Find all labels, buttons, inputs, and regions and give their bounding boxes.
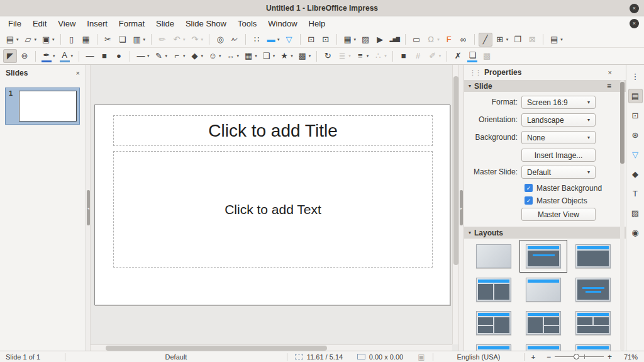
snap-guides-button[interactable]: ▬▾ xyxy=(264,33,282,47)
master-background-checkbox[interactable]: ✓ Master Background xyxy=(525,183,602,193)
insert-hyperlink-button[interactable]: ∞ xyxy=(457,33,470,47)
display-views-button[interactable]: ▽ xyxy=(282,33,296,47)
menu-file[interactable]: File xyxy=(3,16,27,31)
properties-scrollbar[interactable] xyxy=(620,80,625,351)
properties-close-button[interactable]: × xyxy=(608,69,612,76)
sidebar-settings-button[interactable]: ⋮ xyxy=(628,69,643,84)
horizontal-scrollbar[interactable] xyxy=(91,344,452,351)
master-view-button[interactable]: Master View xyxy=(521,208,596,221)
tab-animation[interactable]: ⊛ xyxy=(628,128,643,142)
duplicate-slide-button[interactable]: ❐ xyxy=(511,33,525,47)
properties-panel-splitter[interactable]: ▸ xyxy=(458,65,464,351)
menu-window[interactable]: Window xyxy=(262,16,303,31)
shadow-button[interactable]: ■ xyxy=(397,49,411,63)
insert-media-button[interactable]: ▶ xyxy=(373,33,387,47)
layout-title-and-2-content[interactable] xyxy=(470,273,518,306)
layouts-section-header[interactable]: ▾ Layouts xyxy=(464,227,626,239)
layout-blank[interactable] xyxy=(470,240,518,273)
tab-shapes[interactable]: ◆ xyxy=(628,167,643,181)
flowchart-button[interactable]: ▦▾ xyxy=(242,49,259,63)
basic-shapes-button[interactable]: ◆▾ xyxy=(188,49,206,63)
background-select[interactable]: None ▾ xyxy=(521,131,596,144)
layout-title-content-and-2content[interactable] xyxy=(519,307,567,339)
zoom-out-button[interactable]: − xyxy=(547,353,551,361)
gluepoints-button[interactable]: ❏ xyxy=(465,49,479,63)
block-arrows-button[interactable]: ↔▾ xyxy=(224,49,242,63)
curves-polygons-button[interactable]: ✎▾ xyxy=(152,49,170,63)
arrange-button[interactable]: ≡▾ xyxy=(353,49,371,63)
menu-slide-show[interactable]: Slide Show xyxy=(180,16,232,31)
lines-arrows-button[interactable]: —▾ xyxy=(134,49,152,63)
slide-properties-button[interactable]: ▤▾ xyxy=(547,33,565,47)
tab-slide-transition[interactable]: ⊡ xyxy=(628,108,643,123)
open-button[interactable]: ▱▾ xyxy=(21,33,39,47)
slide-page[interactable]: Click to add Title Click to add Text xyxy=(94,105,450,305)
insert-line-button[interactable]: ╱ xyxy=(479,33,492,47)
layout-title-2content-over-content[interactable] xyxy=(569,307,617,339)
slides-panel-splitter[interactable]: ◂ xyxy=(86,65,91,351)
start-from-first-slide-button[interactable]: ⊡ xyxy=(304,33,318,47)
menu-edit[interactable]: Edit xyxy=(27,16,52,31)
tab-properties[interactable]: ▤ xyxy=(628,89,643,103)
layout-title-6content[interactable] xyxy=(569,340,617,351)
insert-table-button[interactable]: ▦▾ xyxy=(341,33,358,47)
new-slide-button[interactable]: ⊞▾ xyxy=(493,33,511,47)
splitter-handle[interactable]: ◂ xyxy=(87,190,90,225)
paste-button[interactable]: ▥▾ xyxy=(130,33,148,47)
rectangle-tool[interactable]: ■ xyxy=(97,49,111,63)
copy-button[interactable]: ❏ xyxy=(116,33,130,47)
layout-centered-text[interactable] xyxy=(569,273,617,306)
slide-section-header[interactable]: ▾ Slide ≡ xyxy=(464,80,626,92)
section-menu-icon[interactable]: ≡ xyxy=(607,82,611,91)
zoom-slider-track[interactable] xyxy=(555,354,604,359)
slide-canvas[interactable]: Click to add Title Click to add Text xyxy=(91,65,458,351)
connectors-button[interactable]: ⌐▾ xyxy=(170,49,187,63)
document-close-button[interactable]: × xyxy=(630,19,639,28)
callouts-button[interactable]: ❑▾ xyxy=(260,49,277,63)
zoom-in-button[interactable]: + xyxy=(608,353,612,361)
start-from-current-slide-button[interactable]: ⊡ xyxy=(319,33,333,47)
format-select[interactable]: Screen 16:9 ▾ xyxy=(521,96,596,109)
insert-chart-button[interactable]: ▂▅▇ xyxy=(387,33,401,47)
spelling-button[interactable]: A✓ xyxy=(228,33,242,47)
insert-fontwork-button[interactable]: F xyxy=(442,33,456,47)
tab-navigator[interactable]: ◉ xyxy=(628,225,643,240)
ellipse-tool[interactable]: ● xyxy=(112,49,126,63)
layout-title-content-over-content[interactable] xyxy=(470,340,518,351)
menu-insert[interactable]: Insert xyxy=(81,16,113,31)
orientation-select[interactable]: Landscape ▾ xyxy=(521,113,596,127)
menu-slide[interactable]: Slide xyxy=(150,16,180,31)
tab-styles[interactable]: T xyxy=(628,186,643,201)
title-placeholder[interactable]: Click to add Title xyxy=(113,115,433,146)
menu-help[interactable]: Help xyxy=(303,16,331,31)
layout-title-slide[interactable] xyxy=(519,240,567,273)
zoom-slider[interactable]: − + xyxy=(542,351,616,362)
vertical-scrollbar[interactable] xyxy=(452,65,458,344)
drag-grip-icon[interactable]: ⋮⋮ xyxy=(469,69,480,77)
insert-image-button[interactable]: Insert Image... xyxy=(521,149,596,162)
zoom-slider-thumb[interactable] xyxy=(574,354,579,359)
statusbar-template[interactable]: Default xyxy=(65,351,287,362)
zoom-pan-button[interactable]: ⊚ xyxy=(18,49,31,63)
statusbar-language[interactable]: English (USA) xyxy=(433,351,524,362)
horizontal-scrollbar-thumb[interactable] xyxy=(106,346,327,351)
slides-panel-close-button[interactable]: × xyxy=(76,69,80,77)
display-grid-button[interactable]: ∷ xyxy=(250,33,264,47)
properties-scrollbar-thumb[interactable] xyxy=(620,82,625,164)
save-button[interactable]: ▣▾ xyxy=(39,33,57,47)
print-button[interactable]: ▦ xyxy=(79,33,93,47)
menu-format[interactable]: Format xyxy=(113,16,150,31)
master-slide-select[interactable]: Default ▾ xyxy=(521,166,596,179)
menu-view[interactable]: View xyxy=(52,16,81,31)
layout-title-content[interactable] xyxy=(569,240,617,273)
find-replace-button[interactable]: ◎ xyxy=(213,33,227,47)
tab-gallery[interactable]: ▨ xyxy=(628,206,643,220)
stars-banners-button[interactable]: ★▾ xyxy=(277,49,295,63)
splitter-handle[interactable]: ▸ xyxy=(460,190,463,225)
tab-master-slides[interactable]: ▽ xyxy=(628,147,643,162)
line-color-button[interactable]: ✒▾ xyxy=(40,49,57,63)
master-objects-checkbox[interactable]: ✓ Master Objects xyxy=(525,196,587,205)
statusbar-save-status[interactable]: ▣ xyxy=(410,351,433,362)
export-pdf-button[interactable]: ▯ xyxy=(65,33,79,47)
window-close-button[interactable]: × xyxy=(630,4,639,13)
